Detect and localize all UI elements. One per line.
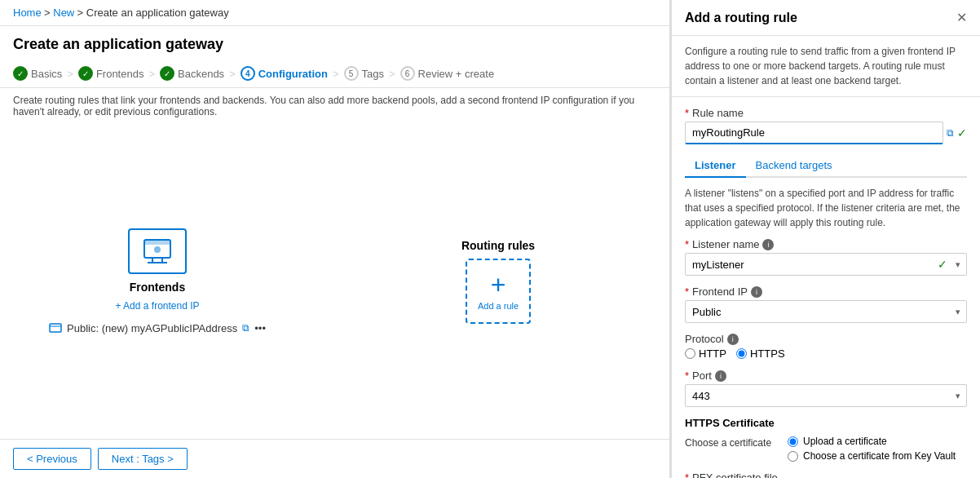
frontends-node: Frontends + Add a frontend IP Public: (n… <box>49 228 266 334</box>
cert-upload-radio[interactable] <box>788 436 798 447</box>
pfx-label: PFX certificate file <box>692 471 778 478</box>
step-review[interactable]: 6 Review + create <box>400 66 495 81</box>
protocol-http-label[interactable]: HTTP <box>685 347 726 360</box>
close-button[interactable]: ✕ <box>956 10 967 25</box>
protocol-http-radio[interactable] <box>685 348 695 359</box>
add-frontend-link[interactable]: + Add a frontend IP <box>115 300 199 312</box>
canvas: Frontends + Add a frontend IP Public: (n… <box>0 124 669 439</box>
frontend-item: Public: (new) myAGPublicIPAddress ⧉ ••• <box>49 321 266 334</box>
page-title: Create an application gateway <box>0 26 669 60</box>
listener-name-row: * Listener name i myListener ✓ <box>685 238 967 276</box>
step-basics[interactable]: ✓ Basics <box>13 66 62 81</box>
copy-icon[interactable]: ⧉ <box>242 322 249 334</box>
cert-keyvault-radio[interactable] <box>788 451 798 462</box>
prev-button[interactable]: < Previous <box>13 448 91 470</box>
pfx-row: * PFX certificate file <box>685 471 967 478</box>
protocol-radio-group: HTTP HTTPS <box>685 347 967 360</box>
add-rule-button[interactable]: + Add a rule <box>466 259 531 324</box>
routing-rules-node: Routing rules + Add a rule <box>461 239 535 324</box>
step-backends[interactable]: ✓ Backends <box>160 66 224 81</box>
rp-desc: Configure a routing rule to send traffic… <box>672 36 980 97</box>
right-panel: Add a routing rule ✕ Configure a routing… <box>670 0 980 478</box>
rule-name-row: * Rule name ⧉ ✓ <box>685 107 967 144</box>
choose-cert-row: Choose a certificate Upload a certificat… <box>685 436 967 462</box>
frontends-title: Frontends <box>130 281 185 294</box>
cert-options: Upload a certificate Choose a certificat… <box>788 436 956 462</box>
copy-field-icon[interactable]: ⧉ <box>947 127 954 139</box>
listener-valid-icon: ✓ <box>938 258 947 271</box>
bottom-bar: < Previous Next : Tags > <box>0 439 669 478</box>
more-icon[interactable]: ••• <box>254 322 266 334</box>
add-rule-label: Add a rule <box>478 301 519 311</box>
protocol-info-icon[interactable]: i <box>727 334 739 345</box>
svg-rect-1 <box>144 240 170 245</box>
frontend-ip-info-icon[interactable]: i <box>751 286 762 298</box>
protocol-https-radio[interactable] <box>736 348 747 359</box>
frontends-icon-box <box>128 228 187 274</box>
routing-title: Routing rules <box>461 239 535 252</box>
listener-name-info-icon[interactable]: i <box>762 239 774 250</box>
breadcrumb-home[interactable]: Home <box>13 7 42 19</box>
tab-backend-targets[interactable]: Backend targets <box>746 154 842 178</box>
breadcrumb-current: Create an application gateway <box>86 7 229 19</box>
valid-check-icon: ✓ <box>957 126 967 139</box>
rule-name-input[interactable] <box>685 122 943 144</box>
rp-body: * Rule name ⧉ ✓ Listener Backend targets… <box>672 97 980 478</box>
listener-name-label: Listener name <box>692 238 759 250</box>
svg-point-5 <box>154 246 161 253</box>
next-button[interactable]: Next : Tags > <box>98 448 188 470</box>
frontends-icon <box>141 237 174 266</box>
cert-keyvault-label[interactable]: Choose a certificate from Key Vault <box>788 450 956 462</box>
frontend-ip-row: * Frontend IP i Public <box>685 285 967 323</box>
listener-name-select[interactable]: myListener <box>685 253 967 276</box>
step-tags[interactable]: 5 Tags <box>344 66 384 81</box>
step-frontends[interactable]: ✓ Frontends <box>78 66 144 81</box>
port-label: Port <box>692 370 712 382</box>
frontend-item-icon <box>49 321 62 334</box>
listener-desc: A listener "listens" on a specified port… <box>685 186 967 230</box>
breadcrumb-new[interactable]: New <box>53 7 74 19</box>
protocol-label: Protocol <box>685 333 724 345</box>
rp-header: Add a routing rule ✕ <box>672 0 980 36</box>
port-select[interactable]: 443 <box>685 384 967 407</box>
protocol-https-label[interactable]: HTTPS <box>736 347 785 360</box>
tabs: Listener Backend targets <box>685 154 967 178</box>
cert-upload-label[interactable]: Upload a certificate <box>788 436 956 447</box>
wizard-steps: ✓ Basics > ✓ Frontends > ✓ Backends > 4 … <box>0 60 669 88</box>
svg-rect-6 <box>50 324 61 332</box>
port-info-icon[interactable]: i <box>715 370 726 382</box>
frontend-ip-select[interactable]: Public <box>685 300 967 323</box>
https-cert-title: HTTPS Certificate <box>685 417 967 429</box>
step-configuration[interactable]: 4 Configuration <box>241 66 328 81</box>
breadcrumb: Home > New > Create an application gatew… <box>0 0 669 26</box>
page-description: Create routing rules that link your fron… <box>0 88 669 124</box>
rule-name-label: Rule name <box>692 107 744 119</box>
port-row: * Port i 443 <box>685 370 967 407</box>
frontend-ip-label: Frontend IP <box>692 285 748 298</box>
tab-listener[interactable]: Listener <box>685 154 746 178</box>
add-rule-plus-icon: + <box>491 272 506 298</box>
choose-cert-label: Choose a certificate <box>685 436 775 449</box>
protocol-row: Protocol i HTTP HTTPS <box>685 333 967 360</box>
rp-title: Add a routing rule <box>685 11 797 25</box>
